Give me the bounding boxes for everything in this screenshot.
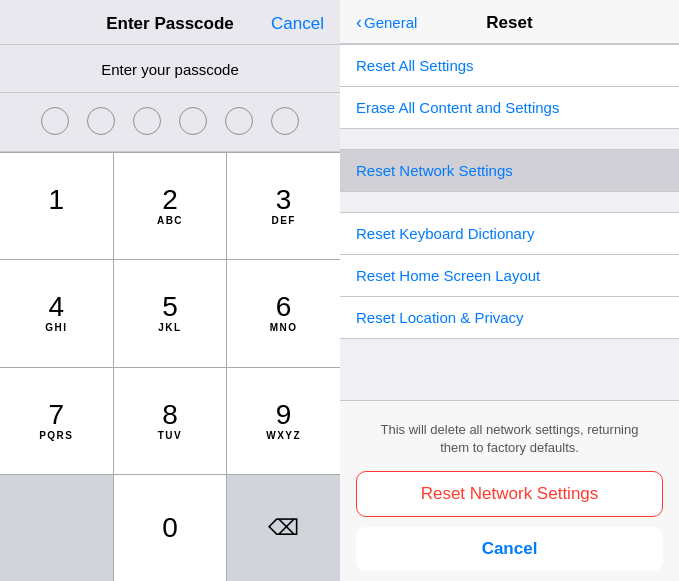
reset-header: ‹ General Reset bbox=[340, 0, 679, 44]
reset-location-privacy[interactable]: Reset Location & Privacy bbox=[340, 297, 679, 339]
passcode-dots bbox=[0, 93, 340, 152]
confirm-reset-button[interactable]: Reset Network Settings bbox=[356, 471, 663, 517]
keypad: 1 2 ABC 3 DEF 4 GHI 5 JKL 6 MNO 7 PQRS bbox=[0, 152, 340, 581]
key-2[interactable]: 2 ABC bbox=[114, 153, 227, 259]
passcode-prompt: Enter your passcode bbox=[0, 45, 340, 93]
key-0[interactable]: 0 bbox=[114, 475, 227, 581]
action-sheet-message: This will delete all network settings, r… bbox=[356, 413, 663, 471]
delete-icon: ⌫ bbox=[268, 515, 299, 541]
action-cancel-button[interactable]: Cancel bbox=[356, 527, 663, 571]
dot-4 bbox=[179, 107, 207, 135]
dot-2 bbox=[87, 107, 115, 135]
key-1[interactable]: 1 bbox=[0, 153, 113, 259]
key-empty bbox=[0, 475, 113, 581]
dot-3 bbox=[133, 107, 161, 135]
reset-section-3: Reset Keyboard Dictionary Reset Home Scr… bbox=[340, 212, 679, 339]
reset-section-2: Reset Network Settings bbox=[340, 149, 679, 192]
back-button[interactable]: ‹ General bbox=[356, 12, 417, 33]
back-label: General bbox=[364, 14, 417, 31]
passcode-header: Enter Passcode Cancel bbox=[0, 0, 340, 45]
reset-list: Reset All Settings Erase All Content and… bbox=[340, 44, 679, 400]
reset-keyboard-dictionary[interactable]: Reset Keyboard Dictionary bbox=[340, 212, 679, 255]
key-9[interactable]: 9 WXYZ bbox=[227, 368, 340, 474]
key-5[interactable]: 5 JKL bbox=[114, 260, 227, 366]
reset-panel: ‹ General Reset Reset All Settings Erase… bbox=[340, 0, 679, 581]
reset-section-1: Reset All Settings Erase All Content and… bbox=[340, 44, 679, 129]
key-6[interactable]: 6 MNO bbox=[227, 260, 340, 366]
reset-home-screen-layout[interactable]: Reset Home Screen Layout bbox=[340, 255, 679, 297]
delete-key[interactable]: ⌫ bbox=[227, 475, 340, 581]
dot-6 bbox=[271, 107, 299, 135]
section-gap-1 bbox=[340, 129, 679, 149]
passcode-title: Enter Passcode bbox=[106, 14, 234, 34]
key-3[interactable]: 3 DEF bbox=[227, 153, 340, 259]
dot-5 bbox=[225, 107, 253, 135]
erase-all-content[interactable]: Erase All Content and Settings bbox=[340, 87, 679, 129]
cancel-button[interactable]: Cancel bbox=[271, 14, 324, 34]
key-8[interactable]: 8 TUV bbox=[114, 368, 227, 474]
dot-1 bbox=[41, 107, 69, 135]
key-4[interactable]: 4 GHI bbox=[0, 260, 113, 366]
back-chevron-icon: ‹ bbox=[356, 12, 362, 33]
passcode-panel: Enter Passcode Cancel Enter your passcod… bbox=[0, 0, 340, 581]
reset-network-settings[interactable]: Reset Network Settings bbox=[340, 149, 679, 192]
reset-title: Reset bbox=[486, 13, 532, 33]
reset-all-settings[interactable]: Reset All Settings bbox=[340, 44, 679, 87]
action-sheet: This will delete all network settings, r… bbox=[340, 400, 679, 581]
section-gap-2 bbox=[340, 192, 679, 212]
key-7[interactable]: 7 PQRS bbox=[0, 368, 113, 474]
